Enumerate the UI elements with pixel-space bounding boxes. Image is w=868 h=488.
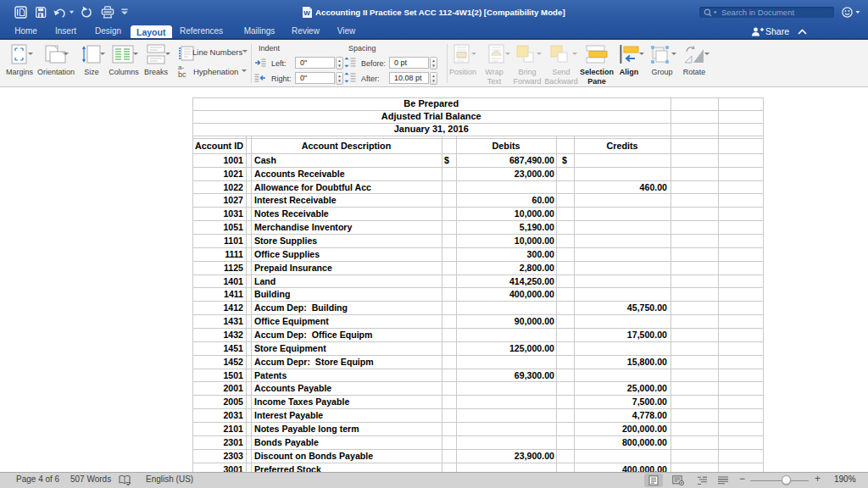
svg-text:W: W bbox=[303, 9, 310, 17]
